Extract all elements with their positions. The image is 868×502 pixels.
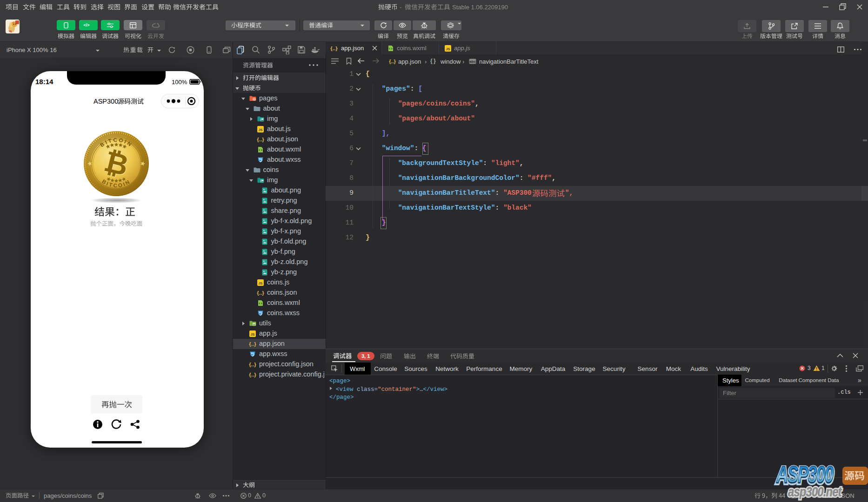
svg-text:JS: JS [446, 47, 450, 51]
svg-text:asp300.net: asp300.net [788, 484, 842, 500]
svg-text:abc: abc [469, 59, 476, 64]
svg-text:JS: JS [251, 332, 255, 337]
svg-text:{..}: {..} [249, 372, 256, 377]
svg-text:{..}: {..} [257, 290, 264, 296]
svg-text:JS: JS [259, 128, 263, 132]
svg-text:{..}: {..} [249, 362, 256, 367]
svg-text:{..}: {..} [330, 46, 338, 51]
svg-text:{..}: {..} [389, 59, 396, 64]
svg-text:ASP300: ASP300 [776, 462, 834, 487]
svg-text:{..}: {..} [249, 341, 256, 347]
svg-text:{..}: {..} [257, 137, 264, 142]
svg-text:JS: JS [259, 281, 263, 285]
